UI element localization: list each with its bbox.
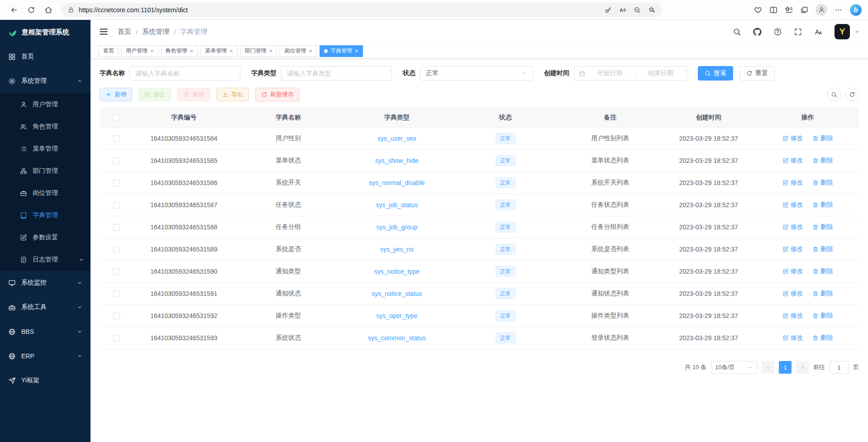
- sidebar-item-yi-framework[interactable]: Yi框架: [0, 368, 91, 393]
- row-delete-button[interactable]: 删除: [812, 245, 833, 253]
- current-page-button[interactable]: 1: [779, 361, 792, 374]
- bing-sidebar-icon[interactable]: b: [850, 4, 862, 16]
- reset-button[interactable]: 重置: [739, 66, 775, 81]
- page-size-select[interactable]: 10条/页: [711, 361, 757, 374]
- dict-type-link[interactable]: sys_common_status: [368, 334, 426, 342]
- tab-dept-mgmt[interactable]: 部门管理×: [240, 45, 277, 57]
- export-button[interactable]: 导出: [216, 88, 249, 101]
- row-edit-button[interactable]: 修改: [782, 157, 803, 165]
- goto-page-input[interactable]: [830, 361, 849, 374]
- toggle-search-button[interactable]: [827, 88, 841, 101]
- dict-type-link[interactable]: sys_job_group: [376, 223, 417, 231]
- tab-close-icon[interactable]: ×: [229, 48, 233, 54]
- tab-user-mgmt[interactable]: 用户管理×: [121, 45, 158, 57]
- row-checkbox[interactable]: [113, 135, 120, 142]
- sidebar-item-monitor[interactable]: 系统监控: [0, 271, 91, 295]
- collections-icon[interactable]: [800, 6, 808, 14]
- help-icon[interactable]: [773, 28, 782, 36]
- sidebar-item-system[interactable]: 系统管理: [0, 69, 91, 93]
- dict-type-link[interactable]: sys_show_hide: [375, 157, 419, 164]
- delete-button[interactable]: 删除: [177, 88, 210, 101]
- end-date-placeholder[interactable]: 结束日期: [639, 69, 682, 77]
- row-edit-button[interactable]: 修改: [782, 201, 803, 209]
- github-icon[interactable]: [753, 28, 762, 36]
- user-avatar[interactable]: Y: [835, 24, 850, 39]
- row-checkbox[interactable]: [113, 313, 120, 319]
- browser-essentials-icon[interactable]: [754, 6, 762, 14]
- select-all-checkbox[interactable]: [113, 114, 120, 121]
- row-delete-button[interactable]: 删除: [812, 157, 833, 165]
- tab-menu-mgmt[interactable]: 菜单管理×: [200, 45, 238, 57]
- dict-type-link[interactable]: sys_notice_status: [372, 290, 422, 297]
- prev-page-button[interactable]: [762, 361, 774, 374]
- sidebar-item-menu-mgmt[interactable]: 菜单管理: [0, 138, 91, 160]
- url-text[interactable]: https://ccnetcore.com:1101/system/dict: [79, 6, 600, 14]
- font-size-icon[interactable]: [814, 28, 823, 36]
- hamburger-icon[interactable]: [99, 27, 109, 37]
- sidebar-item-home[interactable]: 首页: [0, 44, 91, 69]
- tab-close-icon[interactable]: ×: [309, 48, 312, 54]
- password-key-icon[interactable]: [605, 6, 612, 14]
- search-button[interactable]: 搜索: [698, 66, 733, 81]
- favorites-icon[interactable]: [785, 6, 793, 14]
- row-edit-button[interactable]: 修改: [782, 223, 803, 231]
- browser-back-button[interactable]: [6, 2, 22, 18]
- add-button[interactable]: 新增: [100, 88, 132, 101]
- dict-type-link[interactable]: sys_yes_no: [380, 246, 414, 253]
- dict-type-link[interactable]: sys_notice_type: [374, 268, 420, 275]
- sidebar-item-role-mgmt[interactable]: 角色管理: [0, 115, 91, 138]
- browser-menu-icon[interactable]: [835, 6, 843, 14]
- dict-type-input[interactable]: [281, 66, 392, 81]
- browser-home-button[interactable]: [41, 2, 56, 18]
- browser-profile-avatar[interactable]: [816, 4, 827, 16]
- sidebar-item-dept-mgmt[interactable]: 部门管理: [0, 160, 91, 182]
- row-checkbox[interactable]: [113, 335, 120, 342]
- tab-dict-mgmt[interactable]: 字典管理×: [320, 45, 363, 57]
- search-icon[interactable]: [733, 28, 741, 36]
- row-edit-button[interactable]: 修改: [782, 134, 803, 143]
- row-checkbox[interactable]: [113, 157, 120, 164]
- sidebar-item-param-settings[interactable]: 参数设置: [0, 226, 91, 248]
- split-screen-icon[interactable]: [769, 6, 777, 14]
- sidebar-item-dict-mgmt[interactable]: 字典管理: [0, 204, 91, 226]
- sidebar-item-tools[interactable]: 系统工具: [0, 295, 91, 319]
- row-edit-button[interactable]: 修改: [782, 179, 803, 187]
- sidebar-item-erp[interactable]: ERP: [0, 344, 91, 368]
- app-logo[interactable]: 意框架管理系统: [0, 20, 91, 44]
- row-delete-button[interactable]: 删除: [812, 290, 833, 298]
- add-favorite-icon[interactable]: [648, 6, 655, 14]
- chevron-down-icon[interactable]: [854, 29, 860, 34]
- tab-post-mgmt[interactable]: 岗位管理×: [280, 45, 317, 57]
- row-delete-button[interactable]: 删除: [812, 267, 833, 276]
- refresh-cache-button[interactable]: 刷新缓存: [255, 88, 300, 101]
- tab-close-icon[interactable]: ×: [190, 48, 194, 54]
- dict-type-link[interactable]: sys_oper_type: [376, 312, 417, 319]
- tab-close-icon[interactable]: ×: [150, 48, 154, 54]
- sidebar-item-bbs[interactable]: BBS: [0, 319, 91, 344]
- dict-type-link[interactable]: sys_normal_disable: [369, 179, 425, 186]
- fullscreen-icon[interactable]: [794, 28, 802, 36]
- sidebar-item-user-mgmt[interactable]: 用户管理: [0, 93, 91, 115]
- browser-refresh-button[interactable]: [24, 2, 39, 18]
- row-delete-button[interactable]: 删除: [812, 134, 833, 143]
- breadcrumb-home[interactable]: 首页: [118, 28, 131, 36]
- dict-type-link[interactable]: sys_job_status: [376, 201, 418, 209]
- refresh-table-button[interactable]: [845, 88, 859, 101]
- row-checkbox[interactable]: [113, 202, 120, 209]
- row-checkbox[interactable]: [113, 290, 120, 297]
- row-checkbox[interactable]: [113, 268, 120, 275]
- address-bar[interactable]: https://ccnetcore.com:1101/system/dict: [62, 3, 662, 17]
- row-edit-button[interactable]: 修改: [782, 267, 803, 276]
- tab-close-icon[interactable]: ×: [355, 48, 358, 54]
- row-delete-button[interactable]: 删除: [812, 201, 833, 209]
- dict-name-input[interactable]: [129, 66, 240, 81]
- tab-home[interactable]: 首页: [99, 45, 119, 57]
- start-date-placeholder[interactable]: 开始日期: [588, 69, 631, 77]
- row-checkbox[interactable]: [113, 246, 120, 253]
- row-checkbox[interactable]: [113, 180, 120, 186]
- read-aloud-icon[interactable]: [619, 6, 626, 14]
- sidebar-item-log-mgmt[interactable]: 日志管理: [0, 248, 91, 271]
- row-edit-button[interactable]: 修改: [782, 290, 803, 298]
- row-delete-button[interactable]: 删除: [812, 223, 833, 231]
- edit-button[interactable]: 修改: [138, 88, 171, 101]
